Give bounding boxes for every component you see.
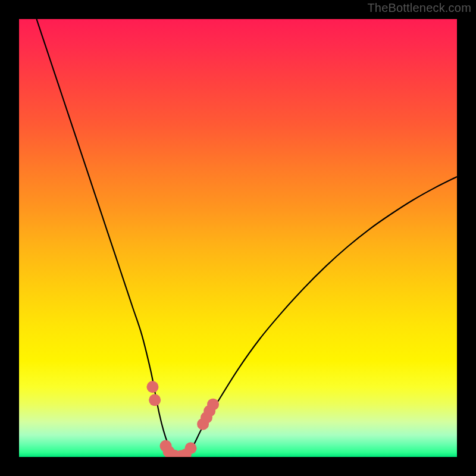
bottleneck-curve (36, 19, 457, 457)
data-marker (149, 394, 161, 406)
data-marker (185, 442, 197, 454)
plot-area (19, 19, 457, 457)
chart-svg (19, 19, 457, 457)
watermark-text: TheBottleneck.com (367, 1, 471, 15)
data-marker (207, 399, 219, 411)
chart-frame: TheBottleneck.com (0, 0, 476, 476)
data-marker (146, 381, 158, 393)
marker-layer (146, 381, 219, 457)
